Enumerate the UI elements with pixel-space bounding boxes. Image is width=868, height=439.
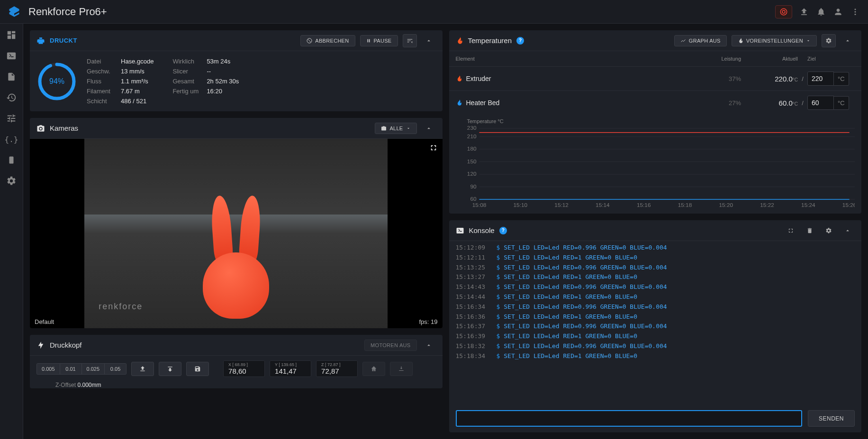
topbar-actions — [775, 5, 860, 18]
svg-point-12 — [40, 127, 42, 130]
step-005[interactable]: 0.05 — [105, 363, 127, 375]
temp-target: °C — [807, 72, 855, 86]
nav-config-icon[interactable]: {.} — [6, 134, 17, 145]
collapse-icon[interactable] — [422, 34, 436, 47]
console-line: 15:13:27 $ SET_LED LED=Led RED=1 GREEN=0… — [456, 272, 855, 282]
print-total: 2h 52m 30s — [207, 78, 239, 85]
print-elapsed: 53m 24s — [207, 58, 230, 65]
toolhead-icon — [36, 341, 45, 349]
presets-button[interactable]: VOREINSTELLUNGEN — [732, 35, 817, 46]
console-line: 15:12:11 $ SET_LED LED=Led RED=1 GREEN=0… — [456, 253, 855, 263]
print-slicer: -- — [207, 68, 211, 75]
printer-icon — [36, 36, 45, 45]
abort-button[interactable]: ABBRECHEN — [300, 35, 355, 46]
z-down-button[interactable] — [159, 362, 181, 376]
svg-text:15:08: 15:08 — [472, 203, 486, 208]
print-panel-header: DRUCKT ABBRECHEN PAUSE — [30, 30, 443, 51]
svg-text:15:24: 15:24 — [801, 203, 815, 208]
temp-target-input[interactable] — [807, 72, 834, 86]
camera-collapse-icon[interactable] — [422, 122, 436, 135]
svg-text:120: 120 — [467, 171, 476, 177]
home-z-button[interactable] — [390, 362, 413, 376]
nav-dashboard-icon[interactable] — [6, 29, 17, 41]
temp-actual: 60.0°C — [741, 99, 798, 107]
camera-view[interactable]: renkforce Defaultfps: 19 — [30, 139, 443, 328]
svg-text:15:12: 15:12 — [554, 203, 569, 208]
console-help-icon[interactable]: ? — [499, 227, 507, 234]
camera-brand: renkforce — [99, 302, 143, 312]
temp-power: 37% — [694, 75, 741, 82]
help-icon[interactable]: ? — [516, 37, 524, 45]
nav-console-icon[interactable] — [6, 50, 17, 62]
temp-settings-icon[interactable] — [822, 34, 836, 47]
topbar: Renkforce Pro6+ — [0, 0, 868, 24]
reprint-icon[interactable] — [403, 34, 417, 47]
temp-actual: 220.0°C — [741, 75, 798, 83]
console-line: 15:18:34 $ SET_LED LED=Led RED=1 GREEN=0… — [456, 351, 855, 361]
svg-text:15:20: 15:20 — [719, 203, 733, 208]
print-filament: 7.67 m — [121, 88, 140, 95]
upload-icon[interactable] — [799, 7, 809, 17]
toolhead-title: Druckkopf — [50, 341, 82, 349]
temp-collapse-icon[interactable] — [841, 34, 855, 47]
fullscreen-icon[interactable] — [429, 143, 438, 152]
svg-line-7 — [308, 39, 311, 42]
step-001[interactable]: 0.01 — [60, 363, 82, 375]
console-settings-icon[interactable] — [822, 224, 836, 237]
nav-tune-icon[interactable] — [6, 113, 17, 124]
z-step-group: 0.005 0.01 0.025 0.05 — [36, 363, 127, 375]
z-up-button[interactable] — [131, 362, 154, 376]
svg-text:15:22: 15:22 — [760, 203, 774, 208]
user-icon[interactable] — [833, 7, 843, 17]
camera-all-button[interactable]: ALLE — [375, 123, 416, 134]
console-input[interactable] — [456, 410, 802, 427]
temp-target-input[interactable] — [807, 96, 834, 110]
svg-text:15:18: 15:18 — [678, 203, 692, 208]
console-collapse-icon[interactable] — [841, 224, 855, 237]
console-clear-icon[interactable] — [803, 224, 817, 237]
notifications-icon[interactable] — [816, 7, 826, 17]
print-speed: 13 mm/s — [121, 68, 145, 75]
right-column: Temperaturen ? GRAPH AUS VOREINSTELLUNGE… — [449, 30, 862, 432]
temp-name: Heater Bed — [456, 99, 694, 107]
console-line: 15:16:36 $ SET_LED LED=Led RED=1 GREEN=0… — [456, 312, 855, 322]
x-coord: X [ 68.89 ]78,60 — [223, 360, 265, 377]
print-flow: 1.1 mm³/s — [121, 78, 148, 85]
toolhead-panel: Druckkopf MOTOREN AUS 0.005 0.01 0.025 0… — [30, 335, 443, 388]
camera-name: Default — [35, 318, 54, 325]
z-save-button[interactable] — [186, 362, 209, 376]
svg-text:15:16: 15:16 — [636, 203, 651, 208]
z-coord: Z [ 72.87 ]72,87 — [316, 360, 358, 377]
toolhead-collapse-icon[interactable] — [422, 339, 436, 352]
svg-rect-9 — [369, 39, 370, 42]
svg-text:15:14: 15:14 — [596, 203, 610, 208]
nav-history-icon[interactable] — [6, 92, 17, 103]
pause-button[interactable]: PAUSE — [360, 35, 398, 46]
console-panel: Konsole ? 15:12:09 $ SET_LED LED=Led RED… — [449, 220, 862, 432]
console-line: 15:14:43 $ SET_LED LED=Led RED=0.996 GRE… — [456, 282, 855, 292]
temp-target: °C — [807, 96, 855, 110]
menu-icon[interactable] — [850, 7, 860, 17]
temp-power: 27% — [694, 99, 741, 107]
sidebar: {.} — [0, 24, 23, 439]
console-fullscreen-icon[interactable] — [784, 224, 798, 237]
send-button[interactable]: SENDEN — [808, 410, 855, 427]
nav-files-icon[interactable] — [6, 71, 17, 82]
motors-off-button[interactable]: MOTOREN AUS — [364, 340, 416, 351]
graph-toggle-button[interactable]: GRAPH AUS — [674, 35, 727, 46]
flame-icon — [456, 99, 462, 106]
nav-settings-icon[interactable] — [6, 175, 17, 187]
emergency-stop-button[interactable] — [775, 5, 792, 18]
svg-point-3 — [855, 11, 856, 12]
svg-point-1 — [782, 10, 785, 13]
step-0025[interactable]: 0.025 — [82, 363, 105, 375]
nav-system-icon[interactable] — [6, 154, 17, 166]
content: DRUCKT ABBRECHEN PAUSE 94% — [23, 24, 868, 439]
temp-chart: Temperature °C 230210180150120906015:081… — [449, 115, 862, 214]
camera-title: Kameras — [50, 124, 78, 132]
console-output[interactable]: 15:12:09 $ SET_LED LED=Led RED=0.996 GRE… — [449, 241, 862, 404]
svg-text:60: 60 — [470, 197, 476, 202]
home-xy-button[interactable] — [362, 362, 385, 376]
step-0005[interactable]: 0.005 — [36, 363, 60, 375]
camera-panel: Kameras ALLE ren — [30, 118, 443, 328]
